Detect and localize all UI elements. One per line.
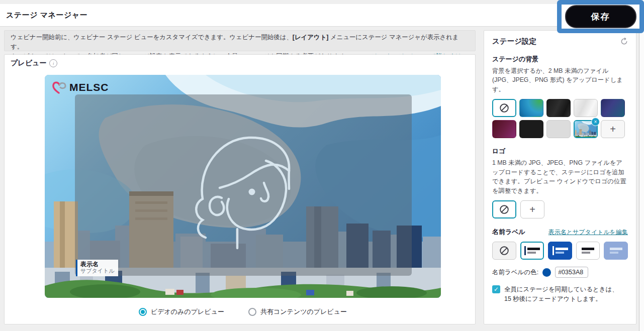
label-style-bar-dark-selected[interactable] — [520, 242, 544, 260]
background-thumbnails: × + — [492, 99, 628, 138]
name-label-heading: 名前ラベル — [492, 228, 525, 237]
refresh-icon[interactable] — [620, 38, 628, 45]
label-style-none[interactable] — [492, 242, 516, 260]
sync-fadeout-label: 全員にステージを同期しているときは、15 秒後にフェードアウトします。 — [504, 285, 625, 303]
bg-thumb-none[interactable] — [492, 99, 516, 117]
none-icon — [499, 245, 510, 256]
remove-background-icon[interactable]: × — [591, 118, 600, 126]
display-name-text: 表示名 — [80, 261, 115, 268]
label-style-lines-dark[interactable] — [576, 242, 600, 260]
logo-heading: ロゴ — [492, 147, 628, 156]
stage-manager-page: ステージ マネージャー 保存 ウェビナー開始前に、ウェビナー ステージ ビューを… — [0, 0, 644, 331]
page-title: ステージ マネージャー — [6, 11, 87, 20]
preview-heading: プレビュー i — [11, 59, 57, 68]
name-label-color-row: 名前ラベルの色: — [492, 267, 628, 278]
settings-title: ステージ設定 — [492, 37, 536, 46]
none-icon — [499, 204, 510, 215]
radio-on-icon — [139, 308, 147, 316]
banner-line1-bold: [レイアウト] — [293, 34, 329, 41]
banner-line1-pre: ウェビナー開始前に、ウェビナー ステージ ビューをカスタマイズできます。ウェビナ… — [11, 34, 293, 41]
logo-description: 1 MB 未満の JPG、JPEG、PNG ファイルをアップロードすることで、ス… — [492, 158, 628, 195]
video-area-overlay[interactable]: 表示名 サブタイトル — [75, 94, 412, 276]
color-swatch[interactable] — [542, 268, 551, 277]
background-description: 背景を選択するか、2 MB 未満のファイル (JPG、JPEG、PNG 形式) … — [492, 66, 628, 94]
logo-buttons: + — [492, 200, 628, 218]
bg-thumb-gradient-navy-purple[interactable] — [601, 99, 625, 117]
preview-card: プレビュー i — [4, 54, 476, 324]
bg-thumb-cityscape-selected[interactable]: × — [574, 120, 598, 138]
avatar-placeholder-icon — [191, 125, 299, 250]
name-label-preview[interactable]: 表示名 サブタイトル — [76, 260, 118, 276]
bg-thumb-gradient-blue-green[interactable] — [519, 99, 543, 117]
radio-shared-content[interactable]: 共有コンテンツのプレビュー — [248, 307, 347, 316]
logo-upload-button[interactable]: + — [520, 200, 544, 218]
info-icon[interactable]: i — [49, 59, 57, 67]
none-icon — [499, 102, 510, 114]
background-heading: ステージの背景 — [492, 55, 628, 64]
save-button[interactable]: 保存 — [565, 5, 636, 28]
radio-shared-content-label: 共有コンテンツのプレビュー — [260, 307, 347, 316]
name-label-styles — [492, 242, 628, 260]
sync-fadeout-row: ✓ 全員にステージを同期しているときは、15 秒後にフェードアウトします。 — [492, 285, 628, 303]
bg-upload-button[interactable]: + — [601, 120, 625, 138]
logo-none-button[interactable] — [492, 200, 516, 218]
bg-thumb-light-wave[interactable] — [574, 99, 598, 117]
color-hex-input[interactable] — [555, 267, 588, 278]
radio-off-icon — [248, 308, 256, 316]
bg-thumb-black[interactable] — [519, 120, 543, 138]
sync-fadeout-checkbox[interactable]: ✓ — [492, 285, 500, 293]
melsc-heart-icon — [52, 81, 67, 94]
preview-mode-radios: ビデオのみのプレビュー 共有コンテンツのプレビュー — [45, 307, 441, 316]
stage-logo-text: MELSC — [69, 81, 109, 93]
bg-thumb-light-gray[interactable] — [546, 120, 571, 138]
save-button-highlight: 保存 — [557, 0, 644, 33]
preview-heading-text: プレビュー — [11, 59, 46, 68]
stage-logo: MELSC — [52, 81, 109, 94]
info-banner: ウェビナー開始前に、ウェビナー ステージ ビューをカスタマイズできます。ウェビナ… — [4, 30, 476, 51]
header-bar: ステージ マネージャー — [0, 4, 644, 27]
bg-thumb-gradient-red-magenta[interactable] — [492, 120, 516, 138]
color-label: 名前ラベルの色: — [492, 268, 538, 277]
scrollbar[interactable] — [639, 0, 644, 331]
edit-display-name-link[interactable]: 表示名とサブタイトルを編集 — [548, 228, 628, 237]
stage-preview[interactable]: 表示名 サブタイトル MELSC — [45, 75, 441, 298]
radio-video-only-label: ビデオのみのプレビュー — [151, 307, 224, 316]
label-style-bar-blue[interactable] — [548, 242, 572, 260]
bg-thumb-dark-wave[interactable] — [546, 99, 571, 117]
radio-video-only[interactable]: ビデオのみのプレビュー — [139, 307, 224, 316]
stage-settings-panel: ステージ設定 ステージの背景 背景を選択するか、2 MB 未満のファイル (JP… — [484, 30, 636, 324]
subtitle-text: サブタイトル — [80, 268, 115, 274]
label-style-light-blue[interactable] — [604, 242, 628, 260]
